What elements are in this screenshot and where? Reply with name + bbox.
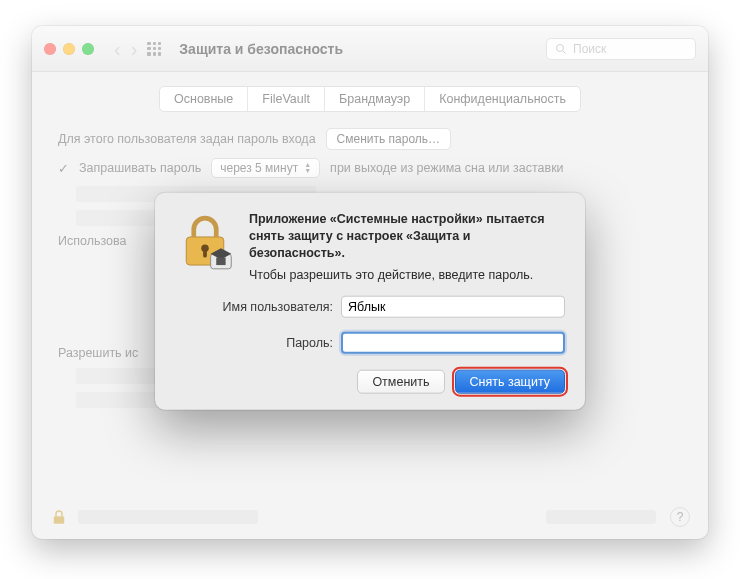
password-label: Пароль: [175,335,333,349]
dialog-submessage: Чтобы разрешить это действие, введите па… [249,267,565,281]
auth-dialog: Приложение «Системные настройки» пытаетс… [155,193,585,410]
password-field[interactable] [341,331,565,353]
svg-rect-5 [203,250,207,258]
username-field[interactable] [341,295,565,317]
unlock-button[interactable]: Снять защиту [455,369,565,393]
username-label: Имя пользователя: [175,299,333,313]
cancel-button[interactable]: Отменить [357,369,444,393]
lock-badge-icon [175,211,235,271]
svg-rect-8 [216,258,225,266]
dialog-message: Приложение «Системные настройки» пытаетс… [249,211,565,262]
